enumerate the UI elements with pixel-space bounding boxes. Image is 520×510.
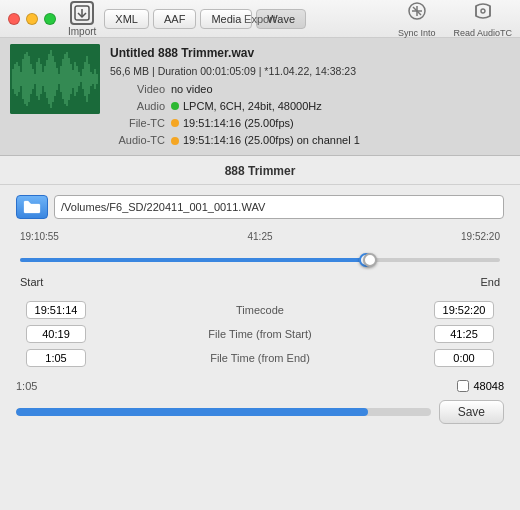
progress-bar-fill — [16, 408, 368, 416]
end-label: End — [480, 276, 500, 288]
sync-icon — [406, 0, 428, 27]
timecode-label: Timecode — [96, 298, 424, 322]
titlebar: Import XML AAF Media Wave Export Sync In… — [0, 0, 520, 38]
maximize-button[interactable] — [44, 13, 56, 25]
read-audiotc-button[interactable]: Read AudioTC — [445, 0, 520, 38]
file-path-row — [16, 195, 504, 219]
audio-tc-value: 19:51:14:16 (25.00fps) on channel 1 — [171, 132, 360, 149]
sample-count: 48048 — [473, 380, 504, 392]
audio-value: LPCM, 6CH, 24bit, 48000Hz — [171, 98, 322, 115]
svg-point-8 — [481, 9, 485, 13]
file-name: Untitled 888 Trimmer.wav — [110, 44, 510, 63]
slider-track — [20, 258, 500, 262]
file-tc-value: 19:51:14:16 (25.00fps) — [171, 115, 294, 132]
file-path-input[interactable] — [54, 195, 504, 219]
timecode-left-value: 19:51:14 — [26, 301, 86, 319]
video-label: Video — [110, 81, 165, 98]
read-audiotc-icon — [472, 0, 494, 27]
aaf-button[interactable]: AAF — [153, 9, 196, 29]
progress-bar-container — [16, 408, 431, 416]
timecode-right-value: 19:52:20 — [434, 301, 494, 319]
folder-icon — [23, 200, 41, 214]
file-time-start-label: File Time (from Start) — [96, 322, 424, 346]
read-audiotc-label: Read AudioTC — [453, 28, 512, 38]
file-time-end-right: 0:00 — [434, 349, 494, 367]
export-section: Export — [244, 13, 276, 25]
audio-tc-dot — [171, 137, 179, 145]
import-label: Import — [68, 26, 96, 37]
file-tc-dot — [171, 119, 179, 127]
export-label: Export — [244, 13, 276, 25]
panel-title: 888 Trimmer — [0, 156, 520, 185]
toolbar-right: Sync Into Read AudioTC — [390, 0, 520, 38]
time-ruler-left: 19:10:55 — [20, 231, 59, 242]
file-tc-label: File-TC — [110, 115, 165, 132]
file-time-start-left: 40:19 — [26, 325, 86, 343]
file-size: 56,6 MB — [110, 65, 149, 77]
start-end-row: Start End — [16, 276, 504, 288]
slider-thumb-right[interactable] — [363, 253, 377, 267]
range-slider[interactable] — [20, 246, 500, 274]
panel-content: 19:10:55 41:25 19:52:20 Start End 19:51:… — [0, 185, 520, 434]
file-time-start-row: 40:19 File Time (from Start) 41:25 — [16, 322, 504, 346]
data-table: 19:51:14 Timecode 19:52:20 40:19 File Ti… — [16, 298, 504, 370]
sample-checkbox[interactable] — [457, 380, 469, 392]
audio-label: Audio — [110, 98, 165, 115]
file-duration: 00:01:05:09 — [200, 65, 255, 77]
folder-button[interactable] — [16, 195, 48, 219]
file-time-end-row: 1:05 File Time (from End) 0:00 — [16, 346, 504, 370]
audio-status-dot — [171, 102, 179, 110]
video-value: no video — [171, 81, 213, 98]
bottom-info-row: 1:05 48048 — [16, 380, 504, 392]
file-details: Untitled 888 Trimmer.wav 56,6 MB | Durat… — [110, 44, 510, 149]
time-ruler-center: 41:25 — [247, 231, 272, 242]
minimize-button[interactable] — [26, 13, 38, 25]
file-time-end-left: 1:05 — [26, 349, 86, 367]
sample-checkbox-label[interactable]: 48048 — [457, 380, 504, 392]
file-time-end-label: File Time (from End) — [96, 346, 424, 370]
sync-into-label: Sync Into — [398, 28, 436, 38]
file-time-start-right: 41:25 — [434, 325, 494, 343]
close-button[interactable] — [8, 13, 20, 25]
traffic-lights — [8, 13, 56, 25]
time-ruler-right: 19:52:20 — [461, 231, 500, 242]
save-button[interactable]: Save — [439, 400, 504, 424]
main-panel: 888 Trimmer 19:10:55 41:25 19:52:20 — [0, 156, 520, 434]
file-info-bar: Untitled 888 Trimmer.wav 56,6 MB | Durat… — [0, 38, 520, 156]
import-button[interactable]: Import — [68, 1, 96, 37]
sync-into-button[interactable]: Sync Into — [390, 0, 444, 38]
slider-fill — [20, 258, 366, 262]
waveform-thumbnail — [10, 44, 100, 114]
bottom-time-label: 1:05 — [16, 380, 37, 392]
file-date: *11.04.22, 14:38:23 — [264, 65, 356, 77]
time-ruler: 19:10:55 41:25 19:52:20 — [16, 231, 504, 242]
import-icon — [70, 1, 94, 25]
xml-button[interactable]: XML — [104, 9, 149, 29]
start-label: Start — [20, 276, 43, 288]
progress-save-row: Save — [16, 400, 504, 424]
audio-tc-label: Audio-TC — [110, 132, 165, 149]
timecode-row: 19:51:14 Timecode 19:52:20 — [16, 298, 504, 322]
